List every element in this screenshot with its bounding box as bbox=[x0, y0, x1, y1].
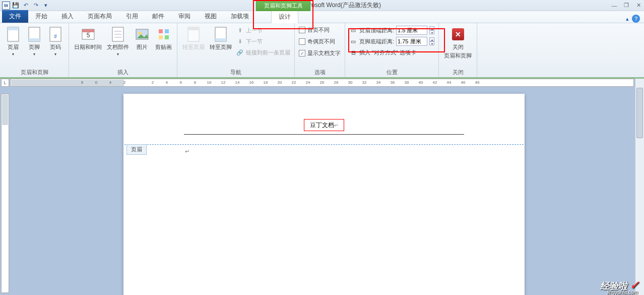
svg-rect-17 bbox=[159, 35, 163, 39]
header-section-tag: 页眉 bbox=[126, 144, 147, 155]
window-controls: ― ❐ ✕ bbox=[611, 2, 642, 9]
tab-review[interactable]: 审阅 bbox=[171, 10, 198, 23]
document-area: L 86422468101214161820222426283032343638… bbox=[0, 79, 644, 295]
footer-distance-icon: ▭ bbox=[349, 37, 357, 45]
group-insert: 5 日期和时间 文档部件 ▾ 图片 剪贴画 插入 bbox=[69, 23, 177, 77]
goto-header-button[interactable]: 转至页眉 bbox=[181, 25, 206, 52]
header-text-highlight: 豆丁文档↵ bbox=[304, 119, 344, 131]
picture-button[interactable]: 图片 bbox=[133, 25, 151, 52]
clipart-button[interactable]: 剪贴画 bbox=[154, 25, 173, 52]
svg-rect-22 bbox=[215, 38, 226, 41]
footer-label: 页脚 bbox=[29, 43, 40, 51]
goto-footer-button[interactable]: 转至页脚 bbox=[209, 25, 233, 52]
clipart-icon bbox=[156, 26, 172, 42]
tab-home[interactable]: 开始 bbox=[28, 10, 54, 23]
group-position: ▭ 页眉顶端距离: ▴▾ ▭ 页脚底端距离: ▴▾ ⊟插入 "对齐方式" 选项卡… bbox=[345, 23, 439, 77]
contextual-tab-header: 页眉和页脚工具 bbox=[256, 0, 310, 11]
prev-label: 上一节 bbox=[246, 27, 263, 34]
watermark-url: jingyanla.com bbox=[607, 289, 638, 295]
tab-view[interactable]: 视图 bbox=[198, 10, 224, 23]
horizontal-ruler[interactable]: 8642246810121416182022242628303234363840… bbox=[10, 79, 634, 87]
checkbox-icon bbox=[299, 38, 305, 45]
first-page-diff-checkbox[interactable]: 首页不同 bbox=[299, 25, 341, 35]
odd-even-diff-checkbox[interactable]: 奇偶页不同 bbox=[299, 37, 341, 46]
header-top-spinner[interactable]: ▴▾ bbox=[429, 26, 434, 34]
group-label-options: 选项 bbox=[299, 68, 341, 77]
next-icon: ⬇ bbox=[236, 37, 244, 45]
close-hf-button[interactable]: ✕ 关闭 页眉和页脚 bbox=[443, 25, 473, 61]
next-label: 下一节 bbox=[246, 38, 263, 45]
document-page[interactable]: 豆丁文档↵ 页眉 ↵ bbox=[123, 94, 525, 295]
svg-text:#: # bbox=[54, 34, 57, 39]
group-label-hf: 页眉和页脚 bbox=[4, 68, 65, 77]
show-doc-text-checkbox[interactable]: 显示文档文字 bbox=[299, 48, 341, 58]
align-tab-label: 插入 "对齐方式" 选项卡 bbox=[359, 49, 416, 56]
ruler-corner[interactable]: L bbox=[1, 79, 9, 87]
window-title: 文档2 - Microsoft Word(产品激活失败) bbox=[49, 1, 611, 10]
footer-bottom-input[interactable] bbox=[396, 37, 427, 46]
tab-addins[interactable]: 加载项 bbox=[224, 10, 256, 23]
ribbon-tabbar: 文件 开始 插入 页面布局 引用 邮件 审阅 视图 加载项 设计 ▴ ? bbox=[0, 11, 644, 23]
tab-layout[interactable]: 页面布局 bbox=[81, 10, 119, 23]
spinner-up-icon[interactable]: ▴ bbox=[429, 26, 434, 30]
link-previous-button[interactable]: 🔗链接到前一条页眉 bbox=[236, 47, 290, 57]
footer-bottom-label: 页脚底端距离: bbox=[359, 38, 394, 45]
footer-bottom-spinner[interactable]: ▴▾ bbox=[429, 37, 434, 45]
goto-footer-label: 转至页脚 bbox=[210, 43, 232, 51]
svg-rect-16 bbox=[165, 29, 169, 33]
group-label-close: 关闭 bbox=[443, 68, 473, 77]
footer-button[interactable]: 页脚 ▾ bbox=[25, 25, 43, 57]
header-boundary-line bbox=[124, 144, 524, 145]
close-label-1: 关闭 bbox=[453, 43, 464, 51]
header-button[interactable]: 页眉 ▾ bbox=[4, 25, 22, 57]
undo-icon[interactable]: ↶ bbox=[22, 2, 29, 9]
scrollbar-thumb[interactable] bbox=[636, 88, 643, 138]
header-top-input[interactable] bbox=[396, 26, 427, 35]
group-label-position: 位置 bbox=[349, 68, 434, 77]
help-icon[interactable]: ? bbox=[632, 15, 640, 23]
goto-header-icon bbox=[185, 26, 202, 42]
word-app-icon: W bbox=[2, 2, 10, 10]
minimize-button[interactable]: ― bbox=[611, 3, 618, 9]
footer-icon bbox=[26, 26, 42, 42]
doc-parts-label: 文档部件 bbox=[107, 43, 129, 51]
save-icon[interactable]: 💾 bbox=[12, 2, 19, 9]
group-close: ✕ 关闭 页眉和页脚 关闭 bbox=[439, 23, 477, 77]
vertical-ruler[interactable] bbox=[1, 94, 9, 293]
qat-dropdown-icon[interactable]: ▾ bbox=[42, 2, 49, 9]
svg-rect-20 bbox=[188, 27, 199, 30]
svg-rect-18 bbox=[165, 35, 169, 39]
restore-button[interactable]: ❐ bbox=[623, 2, 630, 9]
header-text[interactable]: 豆丁文档 bbox=[310, 121, 334, 130]
header-underline bbox=[184, 134, 464, 135]
close-window-button[interactable]: ✕ bbox=[635, 2, 642, 9]
prev-icon: ⬆ bbox=[236, 26, 244, 34]
spinner-down-icon[interactable]: ▾ bbox=[429, 41, 434, 45]
vertical-scrollbar[interactable] bbox=[635, 79, 644, 295]
header-top-label: 页眉顶端距离: bbox=[359, 27, 394, 34]
ribbon-minimize-icon[interactable]: ▴ bbox=[626, 16, 629, 22]
spinner-down-icon[interactable]: ▾ bbox=[429, 30, 434, 34]
tab-insert[interactable]: 插入 bbox=[54, 10, 81, 23]
page-number-button[interactable]: # 页码 ▾ bbox=[46, 25, 65, 57]
tab-design[interactable]: 设计 bbox=[271, 10, 298, 23]
prev-section-button[interactable]: ⬆上一节 bbox=[236, 25, 290, 35]
redo-icon[interactable]: ↷ bbox=[32, 2, 39, 9]
insert-align-tab-button[interactable]: ⊟插入 "对齐方式" 选项卡 bbox=[349, 47, 434, 57]
next-section-button[interactable]: ⬇下一节 bbox=[236, 36, 290, 46]
spinner-up-icon[interactable]: ▴ bbox=[429, 37, 434, 41]
header-icon bbox=[5, 26, 21, 42]
group-options: 首页不同 奇偶页不同 显示文档文字 选项 bbox=[295, 23, 345, 77]
header-distance-icon: ▭ bbox=[349, 26, 357, 34]
tab-references[interactable]: 引用 bbox=[119, 10, 145, 23]
datetime-button[interactable]: 5 日期和时间 bbox=[73, 25, 103, 52]
doc-parts-button[interactable]: 文档部件 ▾ bbox=[106, 25, 130, 57]
goto-header-label: 转至页眉 bbox=[182, 43, 205, 51]
svg-point-14 bbox=[139, 32, 142, 35]
paragraph-mark: ↵ bbox=[185, 148, 189, 155]
doc-parts-icon bbox=[110, 26, 126, 42]
page-number-icon: # bbox=[47, 26, 63, 42]
tab-mailings[interactable]: 邮件 bbox=[145, 10, 171, 23]
tab-file[interactable]: 文件 bbox=[2, 10, 28, 23]
svg-text:5: 5 bbox=[86, 32, 90, 39]
